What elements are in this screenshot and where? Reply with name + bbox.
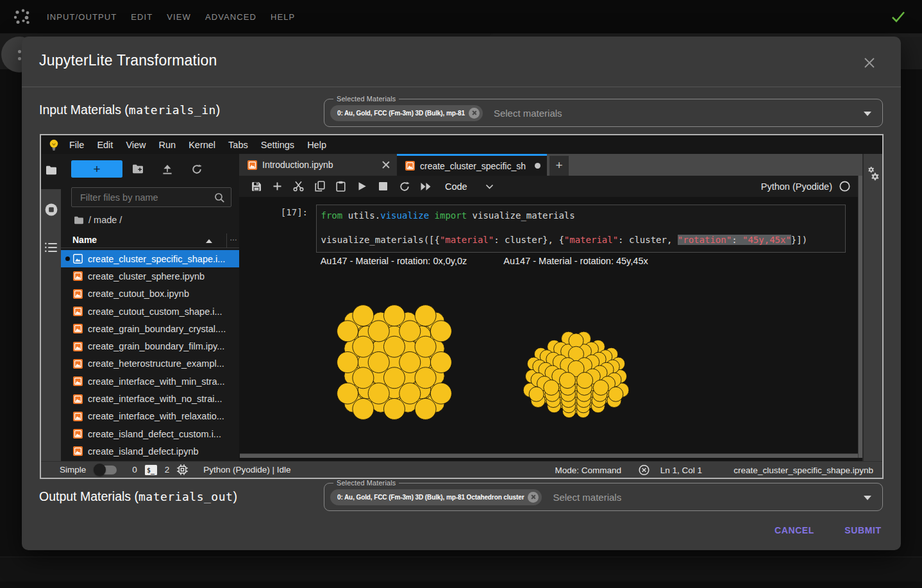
file-row[interactable]: create_interface_with_relaxatio... — [61, 408, 239, 425]
new-folder-icon[interactable] — [131, 164, 145, 176]
file-row[interactable]: create_grain_boundary_crystal.... — [61, 320, 239, 337]
property-inspector-gears-icon[interactable] — [867, 167, 880, 181]
jupyterlab-widget: File Edit View Run Kernel Tabs Settings … — [40, 134, 884, 479]
breadcrumb[interactable]: / made / — [74, 214, 122, 226]
submit-button[interactable]: SUBMIT — [832, 519, 894, 542]
kernel-status-text[interactable]: Python (Pyodide) | Idle — [203, 465, 290, 475]
chip-remove-icon[interactable] — [528, 492, 539, 503]
add-tab-button[interactable]: + — [549, 156, 569, 176]
stop-kernel-icon[interactable] — [373, 176, 394, 197]
jl-menu-settings[interactable]: Settings — [255, 140, 301, 150]
cursor-position[interactable]: Ln 1, Col 1 — [660, 465, 702, 475]
modified-column-header[interactable]: … — [230, 233, 238, 242]
notebook-area[interactable]: [17]: from utils.visualize import visual… — [239, 197, 858, 461]
paste-cells-icon[interactable] — [330, 176, 351, 197]
file-row[interactable]: create_cluster_specific_shape.i... — [61, 250, 239, 267]
new-launcher-button[interactable]: + — [71, 160, 122, 178]
dropdown-caret-icon[interactable] — [864, 496, 871, 500]
material-chip[interactable]: 0: Au, Gold, FCC (Fm-3m) 3D (Bulk), mp-8… — [330, 489, 542, 505]
input-materials-field[interactable]: Selected Materials 0: Au, Gold, FCC (Fm-… — [324, 99, 883, 127]
terminals-count[interactable]: 0 — [132, 465, 137, 475]
jl-menu-edit[interactable]: Edit — [90, 140, 119, 150]
upload-icon[interactable] — [160, 164, 174, 176]
file-list-header[interactable]: Name … — [61, 233, 239, 248]
file-browser-panel: + Filter files by name — [61, 154, 239, 461]
run-cell-icon[interactable] — [351, 176, 373, 197]
jl-menu-kernel[interactable]: Kernel — [182, 140, 222, 150]
menu-view[interactable]: VIEW — [167, 12, 191, 22]
file-name: create_interface_with_relaxatio... — [88, 411, 224, 421]
name-column-header[interactable]: Name — [72, 235, 97, 245]
copy-cells-icon[interactable] — [309, 176, 330, 197]
vertical-scrollbar[interactable] — [858, 176, 862, 458]
code-line: from utils.visualize import visualize_ma… — [321, 210, 845, 222]
trust-shield-icon[interactable] — [639, 464, 650, 475]
file-row[interactable]: create_island_defect_custom.i... — [61, 425, 239, 442]
file-row[interactable]: create_cluster_sphere.ipynb — [61, 267, 239, 285]
file-name: create_cutout_custom_shape.i... — [88, 307, 222, 317]
file-row[interactable]: create_cutout_box.ipynb — [61, 285, 239, 303]
insert-cell-icon[interactable] — [267, 176, 288, 197]
running-sessions-icon[interactable] — [41, 203, 61, 217]
cluster-figure-rotation-0 — [333, 301, 456, 424]
menu-help[interactable]: HELP — [271, 12, 295, 22]
refresh-icon[interactable] — [190, 164, 204, 176]
tab-introduction[interactable]: Introduction.ipynb — [239, 154, 397, 176]
kernel-name[interactable]: Python (Pyodide) — [761, 181, 832, 192]
dropdown-caret-icon[interactable] — [864, 112, 871, 116]
select-materials-placeholder: Select materials — [494, 108, 562, 119]
filter-files-input[interactable]: Filter files by name — [71, 187, 231, 207]
file-row[interactable]: create_grain_boundary_film.ipy... — [61, 337, 239, 355]
output-materials-field[interactable]: Selected Materials 0: Au, Gold, FCC (Fm-… — [324, 483, 883, 511]
simple-mode-toggle[interactable] — [95, 466, 117, 475]
save-icon[interactable] — [246, 176, 267, 197]
app-top-bar: INPUT/OUTPUT EDIT VIEW ADVANCED HELP — [0, 0, 922, 33]
jl-menu-tabs[interactable]: Tabs — [222, 140, 255, 150]
unsaved-dot-icon[interactable] — [535, 163, 541, 169]
menu-advanced[interactable]: ADVANCED — [205, 12, 256, 22]
notebook-file-icon — [73, 446, 83, 456]
tab-create-cluster-specific-shape[interactable]: create_cluster_specific_sh — [397, 154, 547, 176]
folder-icon[interactable] — [41, 165, 61, 175]
file-name: create_island_defect.ipynb — [88, 446, 199, 457]
kernel-indicator[interactable]: Python (Pyodide) — [761, 181, 850, 192]
close-icon[interactable] — [864, 57, 875, 69]
kernels-count[interactable]: 2 — [165, 465, 170, 475]
checkmark-icon[interactable] — [891, 10, 905, 23]
jl-menu-help[interactable]: Help — [301, 140, 333, 150]
jl-menu-view[interactable]: View — [119, 140, 152, 150]
file-name: create_interface_with_no_strai... — [88, 394, 222, 404]
horizontal-scrollbar[interactable] — [240, 453, 862, 458]
app-menu: INPUT/OUTPUT EDIT VIEW ADVANCED HELP — [47, 0, 295, 33]
cancel-button[interactable]: CANCEL — [762, 519, 826, 542]
mode-indicator[interactable]: Mode: Command — [555, 465, 621, 475]
material-chip[interactable]: 0: Au, Gold, FCC (Fm-3m) 3D (Bulk), mp-8… — [330, 105, 483, 121]
menu-edit[interactable]: EDIT — [131, 12, 153, 22]
menu-input-output[interactable]: INPUT/OUTPUT — [47, 12, 117, 22]
active-filename[interactable]: create_cluster_specific_shape.ipynb — [733, 465, 873, 475]
cell-type-caret-icon[interactable] — [485, 184, 494, 189]
app-logo-cluster-icon[interactable] — [12, 8, 31, 27]
cell-type-dropdown[interactable]: Code — [445, 181, 467, 192]
run-all-icon[interactable] — [415, 176, 436, 197]
file-row[interactable]: create_heterostructure_exampl... — [61, 355, 239, 373]
right-activity-bar — [864, 154, 882, 461]
chip-remove-icon[interactable] — [469, 108, 480, 119]
kernel-chip-icon — [177, 464, 188, 475]
restart-kernel-icon[interactable] — [394, 176, 415, 197]
cell-editor[interactable]: from utils.visualize import visualize_ma… — [316, 205, 846, 253]
file-row[interactable]: create_cutout_custom_shape.i... — [61, 303, 239, 320]
cut-cells-icon[interactable] — [288, 176, 309, 197]
tab-close-icon[interactable] — [381, 160, 390, 169]
home-folder-icon[interactable] — [74, 216, 84, 224]
jl-menu-run[interactable]: Run — [153, 140, 183, 150]
kernel-status-icon — [839, 181, 850, 192]
table-of-contents-icon[interactable] — [41, 242, 61, 253]
file-row[interactable]: create_island_defect.ipynb — [61, 442, 239, 460]
file-row[interactable]: create_interface_with_min_stra... — [61, 373, 239, 390]
column-divider — [226, 233, 227, 248]
notebook-file-icon — [73, 324, 83, 333]
file-row[interactable]: create_interface_with_no_strai... — [61, 390, 239, 407]
jl-menu-file[interactable]: File — [63, 140, 90, 150]
input-materials-label: Input Materials (materials_in) — [39, 103, 220, 117]
